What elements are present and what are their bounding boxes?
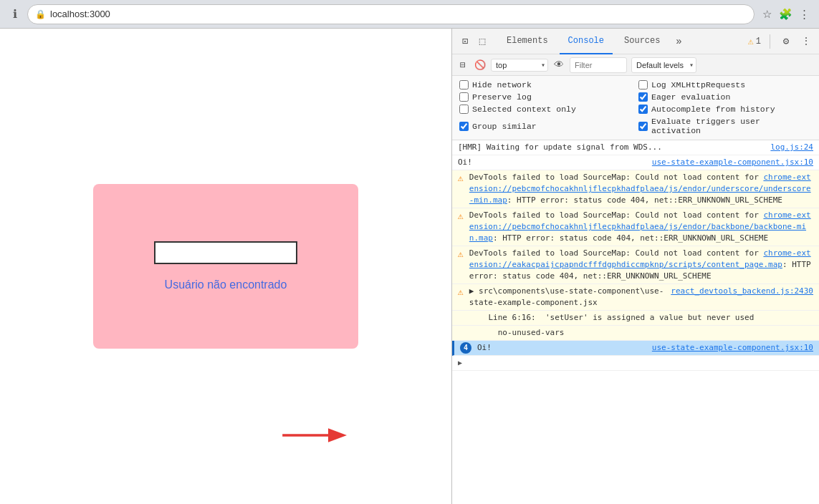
console-warning-expandable: ⚠ ▶ src\components\use-state-component\u…: [452, 284, 819, 311]
selected-context-checkbox[interactable]: [459, 105, 469, 114]
console-link[interactable]: chrome-extension://eakacpaijcpapndcfffdg…: [469, 248, 811, 269]
devtools-settings: Hide network Log XMLHttpRequests Preserv…: [452, 76, 819, 140]
selected-context-label: Selected context only: [472, 105, 576, 114]
autocomplete-checkbox[interactable]: [638, 105, 648, 114]
webpage-area: Usuário não encontrado: [0, 29, 451, 504]
devtools-header: ⊡ ⬚ Elements Console Sources » ⚠ 1 ⚙ ⋮: [452, 29, 819, 54]
levels-select[interactable]: Default levels: [631, 57, 696, 73]
console-warning-detail: Line 6:16: 'setUser' is assigned a value…: [452, 311, 819, 326]
preserve-log-label: Preserve log: [472, 92, 532, 102]
group-similar-label: Group similar: [472, 122, 537, 131]
settings-gear-icon[interactable]: ⚙: [779, 34, 793, 49]
inspect-element-icon[interactable]: ⊡: [458, 34, 472, 49]
setting-autocomplete: Autocomplete from history: [638, 105, 812, 114]
setting-group-similar: Group similar: [459, 117, 633, 135]
warning-triangle-icon: ⚠: [458, 286, 464, 298]
warning-icon: ⚠: [748, 36, 754, 47]
devtools-right-icons: ⚠ 1 ⚙ ⋮: [748, 34, 813, 49]
devtools-toolbar2: ⊟ 🚫 top 👁 Default levels: [452, 54, 819, 76]
eye-icon[interactable]: 👁: [552, 59, 565, 72]
console-message-text: Oi!: [458, 157, 646, 168]
main-layout: Usuário não encontrado ⊡ ⬚ Elements: [0, 29, 819, 504]
console-expand-line: ▶: [452, 356, 819, 371]
console-warning-line: ⚠ DevTools failed to load SourceMap: Cou…: [452, 208, 819, 246]
console-source-link[interactable]: react_devtools_backend.js:2430: [671, 286, 813, 297]
preserve-log-checkbox[interactable]: [459, 92, 469, 102]
console-source-link[interactable]: log.js:24: [770, 142, 813, 153]
error-message: Usuário não encontrado: [165, 278, 287, 291]
expand-icon[interactable]: ▶: [458, 357, 462, 369]
pink-card: Usuário não encontrado: [93, 184, 358, 349]
star-icon[interactable]: ☆: [760, 8, 773, 21]
warning-badge: ⚠ 1: [748, 36, 761, 47]
console-link[interactable]: chrome-extension://pebcmofchocakhnljflec…: [469, 210, 811, 243]
console-message-text: [HMR] Waiting for update signal from WDS…: [458, 142, 765, 153]
setting-selected-context: Selected context only: [459, 105, 633, 114]
eager-eval-checkbox[interactable]: [638, 92, 648, 102]
console-warning-text: DevTools failed to load SourceMap: Could…: [469, 210, 813, 244]
address-bar[interactable]: 🔒 localhost:3000: [27, 4, 755, 24]
repeat-count-badge: 4: [460, 342, 471, 354]
menu-icon[interactable]: ⋮: [798, 8, 810, 21]
setting-log-xml: Log XMLHttpRequests: [638, 80, 812, 89]
address-text: localhost:3000: [50, 9, 110, 19]
divider: [770, 34, 770, 49]
console-line: Oi! use-state-example-component.jsx:10: [452, 155, 819, 170]
extensions-icon[interactable]: 🧩: [779, 8, 792, 21]
console-warning-text: DevTools failed to load SourceMap: Could…: [469, 172, 813, 206]
red-arrow-annotation: [279, 422, 351, 448]
user-input[interactable]: [154, 241, 297, 264]
console-warning-text: DevTools failed to load SourceMap: Could…: [469, 248, 813, 282]
console-line: [HMR] Waiting for update signal from WDS…: [452, 140, 819, 155]
device-toggle-icon[interactable]: ⬚: [475, 34, 489, 49]
browser-actions: ☆ 🧩 ⋮: [760, 8, 810, 21]
context-selector-wrapper[interactable]: top: [491, 59, 548, 72]
eager-eval-label: Eager evaluation: [651, 92, 730, 102]
setting-eval-triggers: Evaluate triggers user activation: [638, 117, 812, 135]
console-source-link[interactable]: use-state-example-component.jsx:10: [652, 157, 813, 168]
tab-console[interactable]: Console: [560, 29, 613, 54]
hide-network-checkbox[interactable]: [459, 80, 469, 89]
console-warning-rule: no-unused-vars: [452, 326, 819, 341]
setting-eager-eval: Eager evaluation: [638, 92, 812, 102]
levels-selector-wrapper[interactable]: Default levels: [631, 57, 696, 73]
console-warning-text: ▶ src\components\use-state-component\use…: [469, 286, 665, 309]
console-source-link[interactable]: use-state-example-component.jsx:10: [652, 342, 813, 354]
console-rule-text: no-unused-vars: [469, 327, 813, 339]
info-icon: ℹ: [9, 8, 21, 21]
sidebar-toggle-icon[interactable]: ⊟: [456, 59, 469, 72]
console-link[interactable]: chrome-extension://pebcmofchocakhnljflec…: [469, 173, 811, 205]
console-message-text: Oi!: [477, 342, 646, 354]
console-detail-text: Line 6:16: 'setUser' is assigned a value…: [469, 312, 813, 324]
context-select[interactable]: top: [491, 59, 548, 72]
log-xml-checkbox[interactable]: [638, 80, 648, 89]
setting-hide-network: Hide network: [459, 80, 633, 89]
setting-preserve-log: Preserve log: [459, 92, 633, 102]
log-xml-label: Log XMLHttpRequests: [651, 80, 745, 89]
console-output[interactable]: [HMR] Waiting for update signal from WDS…: [452, 140, 819, 504]
browser-chrome: ℹ 🔒 localhost:3000 ☆ 🧩 ⋮: [0, 0, 819, 29]
filter-input[interactable]: [570, 57, 627, 73]
devtools-menu-icon[interactable]: ⋮: [799, 34, 813, 49]
tab-sources[interactable]: Sources: [616, 29, 669, 54]
hide-network-label: Hide network: [472, 80, 532, 89]
more-tabs-icon[interactable]: »: [671, 34, 686, 49]
console-highlighted-line: 4 Oi! use-state-example-component.jsx:10: [452, 341, 819, 356]
lock-icon: 🔒: [35, 9, 46, 19]
warning-triangle-icon: ⚠: [458, 173, 464, 184]
group-similar-checkbox[interactable]: [459, 122, 469, 131]
warning-count: 1: [756, 37, 761, 47]
warning-triangle-icon: ⚠: [458, 210, 464, 222]
warning-triangle-icon: ⚠: [458, 248, 464, 260]
tab-elements[interactable]: Elements: [498, 29, 557, 54]
eval-triggers-label: Evaluate triggers user activation: [651, 117, 812, 135]
devtools-panel-icons: ⊡ ⬚: [458, 34, 489, 49]
devtools-panel: ⊡ ⬚ Elements Console Sources » ⚠ 1 ⚙ ⋮: [451, 29, 819, 504]
eval-triggers-checkbox[interactable]: [638, 122, 648, 131]
browser-nav-icons: ℹ: [9, 8, 21, 21]
console-warning-line: ⚠ DevTools failed to load SourceMap: Cou…: [452, 246, 819, 284]
autocomplete-label: Autocomplete from history: [651, 105, 775, 114]
console-warning-line: ⚠ DevTools failed to load SourceMap: Cou…: [452, 170, 819, 208]
clear-console-icon[interactable]: 🚫: [474, 59, 487, 72]
